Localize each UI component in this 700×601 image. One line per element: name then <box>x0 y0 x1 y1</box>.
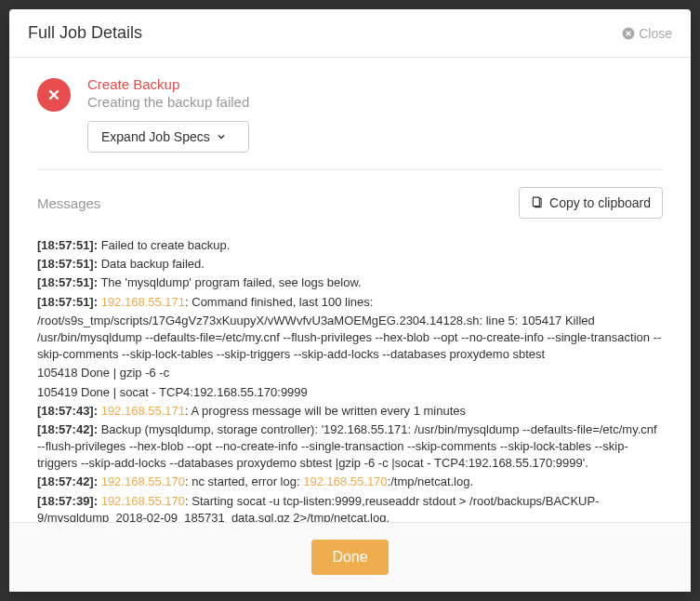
log-line: [18:57:43]: 192.168.55.171: A progress m… <box>37 403 663 420</box>
copy-to-clipboard-button[interactable]: Copy to clipboard <box>519 187 663 219</box>
log-line: [18:57:51]: Failed to create backup. <box>37 237 663 254</box>
job-details-modal: Full Job Details Close Create Backup Cre… <box>9 9 691 592</box>
log-line: 105419 Done | socat - TCP4:192.168.55.17… <box>37 384 663 401</box>
messages-header: Messages Copy to clipboard <box>37 187 663 219</box>
modal-header: Full Job Details Close <box>9 9 691 58</box>
close-icon <box>622 27 635 40</box>
divider <box>37 169 663 170</box>
expand-label: Expand Job Specs <box>101 129 210 144</box>
modal-body: Create Backup Creating the backup failed… <box>9 58 691 522</box>
clipboard-icon <box>531 196 544 209</box>
job-summary: Create Backup Creating the backup failed… <box>37 76 663 153</box>
modal-footer: Done <box>9 522 691 592</box>
log-line: [18:57:42]: 192.168.55.170: nc started, … <box>37 474 663 490</box>
job-title: Create Backup <box>87 76 249 92</box>
log-line: [18:57:42]: Backup (mysqldump, storage c… <box>37 421 663 473</box>
log-line: [18:57:51]: Data backup failed. <box>37 256 663 273</box>
job-status: Creating the backup failed <box>87 94 249 110</box>
log-line: [18:57:39]: 192.168.55.170: Starting soc… <box>37 493 663 522</box>
modal-title: Full Job Details <box>28 23 142 43</box>
log-line: 105418 Done | gzip -6 -c <box>37 365 663 381</box>
x-icon <box>47 88 60 101</box>
close-button[interactable]: Close <box>622 26 672 41</box>
messages-label: Messages <box>37 195 100 211</box>
done-button[interactable]: Done <box>311 540 388 575</box>
close-label: Close <box>639 26 672 41</box>
expand-job-specs-button[interactable]: Expand Job Specs <box>87 121 249 153</box>
log-line: /root/s9s_tmp/scripts/17G4gVz73xKuupyX/v… <box>37 313 663 364</box>
log-line: [18:57:51]: The 'mysqldump' program fail… <box>37 274 663 291</box>
svg-rect-2 <box>533 197 539 206</box>
copy-label: Copy to clipboard <box>549 195 651 210</box>
log-line: [18:57:51]: 192.168.55.171: Command fini… <box>37 294 663 311</box>
log-area: [18:57:51]: Failed to create backup.[18:… <box>37 237 663 522</box>
chevron-down-icon <box>216 131 227 142</box>
error-badge <box>37 78 71 112</box>
job-text: Create Backup Creating the backup failed… <box>87 76 249 153</box>
